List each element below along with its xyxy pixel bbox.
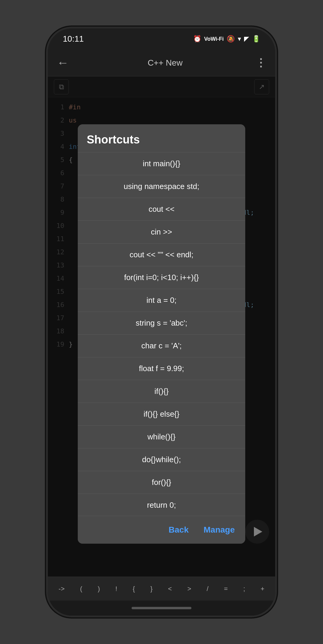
shortcuts-list[interactable]: int main(){} using namespace std; cout <… xyxy=(78,152,245,516)
shortcut-rbrace[interactable]: } xyxy=(147,583,156,594)
shortcut-item-14[interactable]: for(){} xyxy=(78,471,245,494)
alarm-icon: ⏰ xyxy=(193,35,201,43)
dialog-overlay: Shortcuts int main(){} using namespace s… xyxy=(48,76,275,577)
shortcut-item-6[interactable]: int a = 0; xyxy=(78,289,245,312)
dialog-title: Shortcuts xyxy=(87,133,140,146)
shortcut-arrow[interactable]: -> xyxy=(55,583,68,594)
battery-icon: 🔋 xyxy=(252,35,260,43)
shortcut-equals[interactable]: = xyxy=(220,583,231,594)
shortcuts-bar: -> ( ) ! { } < > / = ; + xyxy=(48,577,275,601)
home-indicator xyxy=(48,601,275,616)
shortcut-semicolon[interactable]: ; xyxy=(240,583,249,594)
app-header: ← C++ New ⋮ xyxy=(48,49,275,76)
shortcut-item-12[interactable]: while(){} xyxy=(78,426,245,448)
signal-icon: ▾ xyxy=(238,35,241,43)
phone-frame: 10:11 ⏰ VoWi-Fi 🔕 ▾ ◤ 🔋 ← C++ New ⋮ ⧉ xyxy=(48,28,275,616)
shortcut-rparen[interactable]: ) xyxy=(94,583,103,594)
shortcuts-dialog: Shortcuts int main(){} using namespace s… xyxy=(78,124,245,544)
status-icons: ⏰ VoWi-Fi 🔕 ▾ ◤ 🔋 xyxy=(193,35,260,43)
shortcut-lt[interactable]: < xyxy=(164,583,176,594)
shortcut-gt[interactable]: > xyxy=(184,583,195,594)
dialog-header: Shortcuts xyxy=(78,124,245,152)
shortcut-item-0[interactable]: int main(){} xyxy=(78,152,245,175)
back-button[interactable]: Back xyxy=(167,522,190,538)
shortcut-item-1[interactable]: using namespace std; xyxy=(78,175,245,198)
shortcut-item-5[interactable]: for(int i=0; i<10; i++){} xyxy=(78,266,245,289)
status-time: 10:11 xyxy=(63,34,84,44)
shortcut-item-13[interactable]: do{}while(); xyxy=(78,448,245,471)
status-bar: 10:11 ⏰ VoWi-Fi 🔕 ▾ ◤ 🔋 xyxy=(48,28,275,49)
wifi-icon: VoWi-Fi xyxy=(204,36,224,42)
home-bar xyxy=(132,607,191,609)
shortcut-item-4[interactable]: cout << "" << endl; xyxy=(78,244,245,266)
shortcut-item-11[interactable]: if(){} else{} xyxy=(78,403,245,426)
shortcut-item-9[interactable]: float f = 9.99; xyxy=(78,357,245,380)
data-icon: ◤ xyxy=(244,35,249,43)
dialog-actions: Back Manage xyxy=(78,516,245,544)
header-title: C++ New xyxy=(75,58,255,68)
shortcut-item-7[interactable]: string s = 'abc'; xyxy=(78,312,245,335)
shortcut-slash[interactable]: / xyxy=(203,583,212,594)
more-menu-button[interactable]: ⋮ xyxy=(255,57,266,69)
shortcut-item-8[interactable]: char c = 'A'; xyxy=(78,335,245,357)
shortcut-item-3[interactable]: cin >> xyxy=(78,221,245,244)
shortcut-lbrace[interactable]: { xyxy=(129,583,138,594)
shortcut-plus[interactable]: + xyxy=(257,583,268,594)
shortcut-lparen[interactable]: ( xyxy=(77,583,86,594)
mute-icon: 🔕 xyxy=(227,35,235,43)
shortcut-item-15[interactable]: return 0; xyxy=(78,494,245,516)
shortcut-item-10[interactable]: if(){} xyxy=(78,380,245,403)
phone-screen: 10:11 ⏰ VoWi-Fi 🔕 ▾ ◤ 🔋 ← C++ New ⋮ ⧉ xyxy=(48,28,275,616)
manage-button[interactable]: Manage xyxy=(202,522,236,538)
editor-area: ⧉ ↗ 1 #in 2 us 3 4 xyxy=(48,76,275,577)
shortcut-item-2[interactable]: cout << xyxy=(78,198,245,221)
back-button[interactable]: ← xyxy=(57,56,69,69)
shortcut-exclaim[interactable]: ! xyxy=(112,583,121,594)
